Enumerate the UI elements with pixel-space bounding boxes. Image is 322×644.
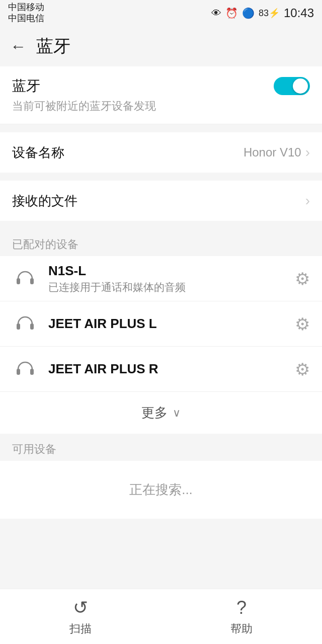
scan-icon: ↺ xyxy=(73,597,88,618)
alarm-icon: ⏰ xyxy=(225,7,238,19)
help-label: 帮助 xyxy=(230,621,253,636)
received-files-chevron: › xyxy=(305,193,310,209)
bluetooth-toggle[interactable] xyxy=(274,77,310,95)
received-files-label: 接收的文件 xyxy=(12,192,305,210)
svg-rect-3 xyxy=(30,324,34,330)
svg-rect-1 xyxy=(30,278,34,284)
carrier-info: 中国移动 中国电信 xyxy=(8,2,44,24)
toggle-knob xyxy=(293,78,308,94)
content: 蓝牙 当前可被附近的蓝牙设备发现 设备名称 Honor V10 › 接收的文件 … xyxy=(0,66,322,579)
received-files-row[interactable]: 接收的文件 › xyxy=(0,181,322,221)
device-info-2: JEET AIR PLUS R xyxy=(48,361,295,377)
device-row[interactable]: JEET AIR PLUS R ⚙ xyxy=(0,347,322,392)
device-status-0: 已连接用于通话和媒体的音频 xyxy=(48,280,295,294)
headphone-icon-0 xyxy=(12,266,38,292)
help-nav-item[interactable]: ? 帮助 xyxy=(230,597,253,636)
bluetooth-subtitle: 当前可被附近的蓝牙设备发现 xyxy=(12,99,310,114)
settings-icon-0[interactable]: ⚙ xyxy=(295,269,310,289)
svg-rect-2 xyxy=(17,324,20,330)
headphone-icon-2 xyxy=(12,356,38,382)
bluetooth-card: 蓝牙 当前可被附近的蓝牙设备发现 xyxy=(0,66,322,124)
svg-rect-4 xyxy=(17,369,20,375)
more-button[interactable]: 更多 ∨ xyxy=(0,392,322,434)
paired-section-title: 已配对的设备 xyxy=(0,229,322,256)
header: ← 蓝牙 xyxy=(0,26,322,66)
available-section-title: 可用设备 xyxy=(0,434,322,461)
device-info-0: N1S-L 已连接用于通话和媒体的音频 xyxy=(48,263,295,294)
searching-text: 正在搜索... xyxy=(129,482,193,497)
status-right: 👁 ⏰ 🔵 83⚡ 10:43 xyxy=(211,6,314,20)
more-label: 更多 xyxy=(141,404,168,422)
paired-devices-card: N1S-L 已连接用于通话和媒体的音频 ⚙ JEET AIR PLUS L ⚙ xyxy=(0,256,322,434)
device-name-2: JEET AIR PLUS R xyxy=(48,361,295,377)
device-row[interactable]: N1S-L 已连接用于通话和媒体的音频 ⚙ xyxy=(0,256,322,301)
device-name-row[interactable]: 设备名称 Honor V10 › xyxy=(0,132,322,173)
svg-rect-0 xyxy=(17,278,20,284)
scan-label: 扫描 xyxy=(69,621,92,636)
carrier2: 中国电信 xyxy=(8,13,44,24)
device-name-0: N1S-L xyxy=(48,263,295,279)
time: 10:43 xyxy=(284,6,314,20)
page-title: 蓝牙 xyxy=(36,35,70,58)
more-chevron-icon: ∨ xyxy=(173,407,181,420)
searching-area: 正在搜索... xyxy=(0,461,322,519)
svg-rect-5 xyxy=(30,369,34,375)
headphone-icon-1 xyxy=(12,311,38,337)
device-name-1: JEET AIR PLUS L xyxy=(48,316,295,332)
device-name-value: Honor V10 xyxy=(244,145,301,159)
bluetooth-icon: 🔵 xyxy=(242,7,255,19)
help-icon: ? xyxy=(236,597,247,618)
carrier1: 中国移动 xyxy=(8,2,44,13)
scan-nav-item[interactable]: ↺ 扫描 xyxy=(69,597,92,636)
battery-info: 83⚡ xyxy=(259,8,280,19)
settings-icon-2[interactable]: ⚙ xyxy=(295,359,310,379)
bluetooth-label: 蓝牙 xyxy=(12,76,40,96)
device-row[interactable]: JEET AIR PLUS L ⚙ xyxy=(0,301,322,347)
status-bar: 中国移动 中国电信 👁 ⏰ 🔵 83⚡ 10:43 xyxy=(0,0,322,26)
bluetooth-toggle-row: 蓝牙 当前可被附近的蓝牙设备发现 xyxy=(0,66,322,124)
settings-icon-1[interactable]: ⚙ xyxy=(295,314,310,334)
device-name-label: 设备名称 xyxy=(12,144,244,162)
back-button[interactable]: ← xyxy=(10,37,26,56)
bottom-nav: ↺ 扫描 ? 帮助 xyxy=(0,589,322,644)
eye-icon: 👁 xyxy=(211,8,221,19)
device-info-1: JEET AIR PLUS L xyxy=(48,316,295,332)
received-files-card: 接收的文件 › xyxy=(0,181,322,221)
device-name-card: 设备名称 Honor V10 › xyxy=(0,132,322,173)
device-name-chevron: › xyxy=(305,144,310,160)
